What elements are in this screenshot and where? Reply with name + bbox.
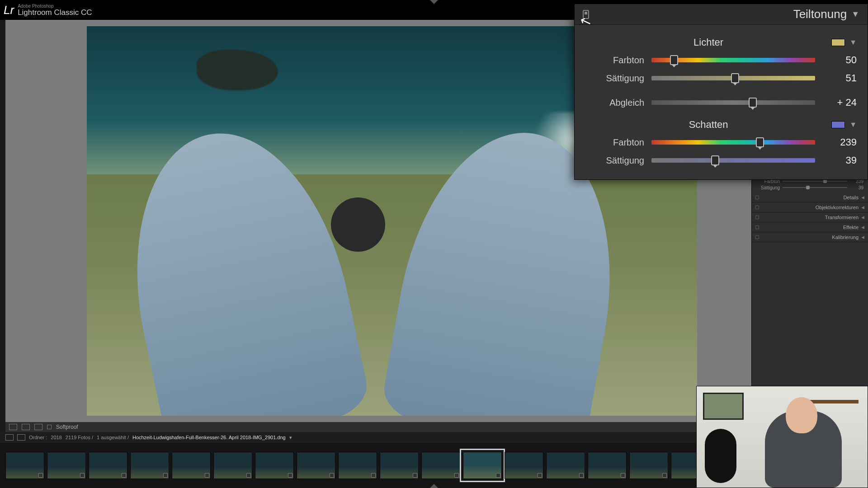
- filmstrip-thumb[interactable]: [172, 452, 211, 479]
- filmstrip-thumb[interactable]: [338, 452, 377, 479]
- grid-icon[interactable]: [17, 434, 25, 441]
- thumb-badge-icon: [621, 473, 625, 478]
- filmstrip-thumb[interactable]: [297, 452, 335, 479]
- filmstrip-thumb[interactable]: [255, 452, 294, 479]
- path-count: 2119 Fotos /: [66, 435, 93, 440]
- panel-power-switch-icon[interactable]: [755, 225, 759, 229]
- highlights-sat-thumb[interactable]: [731, 73, 739, 83]
- shadows-label: Schatten: [585, 119, 831, 131]
- shadows-hue-label: Farbton: [585, 137, 644, 148]
- collapsed-panel-effekte[interactable]: Effekte◀: [752, 222, 868, 232]
- shadows-sat-row: Sättigung 39: [585, 151, 857, 169]
- mini-sat-thumb[interactable]: [806, 186, 810, 189]
- chevron-down-icon[interactable]: ▼: [851, 9, 859, 19]
- balance-thumb[interactable]: [749, 98, 757, 108]
- highlights-swatch[interactable]: [831, 39, 845, 46]
- chevron-left-icon[interactable]: ◀: [861, 195, 864, 200]
- highlights-hue-value[interactable]: 50: [822, 54, 857, 66]
- collapsed-panel-kalibrierung[interactable]: Kalibrierung◀: [752, 232, 868, 242]
- chevron-left-icon[interactable]: ◀: [861, 205, 864, 210]
- highlights-hue-label: Farbton: [585, 55, 644, 66]
- balance-label: Abgleich: [585, 98, 644, 108]
- brand-big: Lightroom Classic CC: [18, 9, 92, 16]
- collapsed-panel-label: Transformieren: [825, 215, 859, 220]
- filmstrip-thumb[interactable]: [130, 452, 169, 479]
- filmstrip-thumb[interactable]: [505, 452, 543, 479]
- panel-power-switch-icon[interactable]: [755, 206, 759, 209]
- view-loupe-icon[interactable]: [9, 424, 17, 430]
- thumb-badge-icon: [330, 473, 334, 478]
- chevron-left-icon[interactable]: ◀: [861, 215, 864, 220]
- mini-sat-track[interactable]: [783, 187, 847, 188]
- panel-collapse-bottom-icon[interactable]: [430, 484, 438, 488]
- shadows-sat-slider[interactable]: [651, 158, 815, 163]
- mini-sat-value[interactable]: 39: [850, 185, 863, 190]
- balance-row: Abgleich + 24: [585, 94, 857, 112]
- collapsed-panel-label: Details: [843, 195, 859, 200]
- thumb-badge-icon: [288, 473, 292, 478]
- filmstrip-thumb[interactable]: [5, 452, 44, 479]
- split-toning-header[interactable]: Teiltonung ▼: [575, 4, 868, 25]
- panel-power-switch-icon[interactable]: [583, 10, 589, 19]
- chevron-left-icon[interactable]: ◀: [861, 235, 864, 239]
- chevron-left-icon[interactable]: ◀: [861, 225, 864, 230]
- filmstrip-thumb[interactable]: [89, 452, 127, 479]
- lr-logo: Lr: [4, 3, 14, 17]
- shadows-header: Schatten ▼: [585, 119, 857, 131]
- collapsed-panel-transformieren[interactable]: Transformieren◀: [752, 212, 868, 222]
- panel-power-switch-icon[interactable]: [755, 196, 759, 199]
- shadows-swatch[interactable]: [831, 121, 845, 128]
- collapsed-panel-label: Kalibrierung: [832, 235, 859, 240]
- mini-hue-thumb[interactable]: [823, 179, 827, 183]
- webcam-shelf: [809, 400, 859, 404]
- collapsed-panel-details[interactable]: Details◀: [752, 192, 868, 202]
- panel-power-switch-icon[interactable]: [755, 235, 759, 239]
- balance-value[interactable]: + 24: [822, 97, 857, 108]
- collapsed-panel-label: Effekte: [843, 225, 859, 230]
- filmstrip-thumb[interactable]: [463, 452, 502, 479]
- photo-region-shoe: [331, 197, 385, 252]
- highlights-hue-slider[interactable]: [651, 58, 815, 62]
- highlights-hue-thumb[interactable]: [670, 55, 678, 65]
- shadows-hue-thumb[interactable]: [756, 137, 764, 147]
- filmstrip-thumb[interactable]: [380, 452, 419, 479]
- filmstrip-thumb[interactable]: [588, 452, 627, 479]
- path-year[interactable]: 2018: [51, 435, 61, 440]
- shadows-hue-value[interactable]: 239: [822, 136, 857, 148]
- brand-small: Adobe Photoshop: [18, 4, 92, 9]
- path-dropdown-icon[interactable]: ▾: [289, 435, 292, 441]
- panel-collapse-top-icon[interactable]: [430, 0, 438, 4]
- filmstrip-thumb[interactable]: [213, 452, 252, 479]
- highlights-sat-slider[interactable]: [651, 76, 815, 80]
- balance-slider[interactable]: [651, 100, 815, 105]
- mini-sat-row[interactable]: Sättigung 39: [756, 184, 863, 191]
- split-toning-body: Lichter ▼ Farbton 50 Sättigung 51 Abglei…: [575, 25, 868, 179]
- view-beforeafter-icon[interactable]: [22, 424, 30, 430]
- collapsed-panel-objektivkorrekturen[interactable]: Objektivkorrekturen◀: [752, 202, 868, 212]
- webcam-microphone: [705, 429, 736, 483]
- filmstrip-thumb[interactable]: [421, 452, 460, 479]
- thumb-badge-icon: [496, 473, 500, 478]
- softproof-checkbox[interactable]: [47, 425, 52, 429]
- shadows-sat-thumb[interactable]: [711, 155, 719, 165]
- shadows-sat-value[interactable]: 39: [822, 155, 857, 166]
- filmstrip-thumb[interactable]: [47, 452, 86, 479]
- panel-power-switch-icon[interactable]: [755, 216, 759, 219]
- shadows-sat-label: Sättigung: [585, 155, 644, 166]
- highlights-sat-label: Sättigung: [585, 73, 644, 84]
- highlights-sat-value[interactable]: 51: [822, 72, 857, 84]
- collapsed-panel-label: Objektivkorrekturen: [816, 205, 859, 210]
- path-selected: 1 ausgewählt /: [97, 435, 129, 440]
- highlights-header: Lichter ▼: [585, 37, 857, 48]
- view-grid-icon[interactable]: [34, 424, 42, 430]
- second-window-icon[interactable]: [5, 434, 14, 441]
- shadows-hue-slider[interactable]: [651, 140, 815, 145]
- filmstrip-thumb[interactable]: [629, 452, 668, 479]
- thumb-badge-icon: [246, 473, 251, 478]
- path-filename[interactable]: Hochzeit-Ludwigshafen-Full-Benkesser-26.…: [132, 435, 286, 440]
- softproof-label: Softproof: [56, 424, 78, 430]
- mini-hue-track[interactable]: [783, 181, 847, 182]
- chevron-down-icon[interactable]: ▼: [849, 38, 857, 47]
- chevron-down-icon[interactable]: ▼: [849, 121, 857, 129]
- filmstrip-thumb[interactable]: [546, 452, 585, 479]
